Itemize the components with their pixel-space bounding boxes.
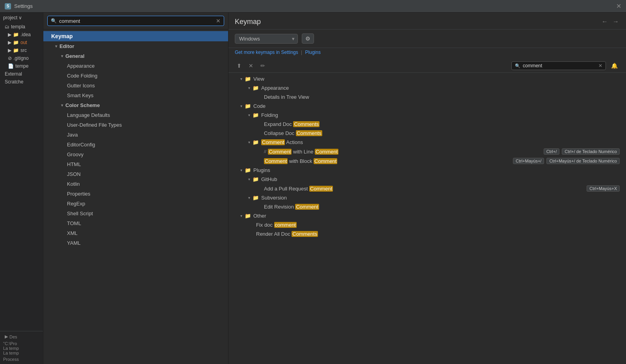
java-label: Java <box>67 132 78 138</box>
scheme-select[interactable]: Windows Mac OS X Eclipse Default <box>235 34 298 44</box>
lang-defaults-label: Language Defaults <box>67 112 110 118</box>
tree-item-general[interactable]: ▾ General <box>43 51 228 61</box>
color-scheme-label: Color Scheme <box>65 102 100 108</box>
file-icon: 📄 <box>8 63 14 69</box>
km-group-github[interactable]: ▾ 📁 GitHub <box>228 175 626 184</box>
collapse-arrow: ▾ <box>248 86 250 90</box>
tree-item-properties[interactable]: Properties <box>43 189 228 199</box>
keymap-gear-button[interactable]: ⚙ <box>302 33 314 44</box>
yaml-label: YAML <box>67 240 80 246</box>
action-search-clear-button[interactable]: ✕ <box>598 63 602 68</box>
shortcuts-container: Ctrl+/ Ctrl+/ de Teclado Numérico <box>544 148 620 155</box>
tree-item-kotlin[interactable]: Kotlin <box>43 179 228 189</box>
km-item-pull-request: Add a Pull Request Comment Ctrl+Mayús+X <box>228 184 626 193</box>
comment-highlight: Comment <box>309 186 333 192</box>
km-group-plugins[interactable]: ▾ 📁 Plugins <box>228 166 626 175</box>
comments-highlight: Comments <box>293 121 320 127</box>
km-item-edit-revision: Edit Revision Comment <box>228 202 626 211</box>
km-group-comment-actions[interactable]: ▾ 📁 Comment Actions <box>228 138 626 147</box>
tree-item-html[interactable]: HTML <box>43 159 228 169</box>
render-doc-label: Render All Doc Comments <box>256 231 620 237</box>
comment-highlight: Comment <box>268 149 292 155</box>
collapse-arrow: ▾ <box>240 104 242 108</box>
tree-item-regexp[interactable]: RegExp <box>43 199 228 209</box>
project-item-out[interactable]: ▶ 📁 out <box>0 39 43 46</box>
collapse-arrow: ▾ <box>248 140 250 144</box>
tree-item-smart-keys[interactable]: Smart Keys <box>43 91 228 100</box>
expand-all-button[interactable]: ⬆ <box>235 61 243 70</box>
close-button[interactable]: ✕ <box>616 2 621 10</box>
km-group-appearance[interactable]: ▾ 📁 Appearance <box>228 83 626 92</box>
folder-icon: 📁 <box>253 112 259 118</box>
properties-label: Properties <box>67 191 90 197</box>
keymap-label: Keymap <box>51 33 72 39</box>
project-item-gitignore[interactable]: ⊘ .gitigno <box>0 54 43 62</box>
shortcut-ctrl-slash-num: Ctrl+/ de Teclado Numérico <box>562 148 620 155</box>
bottom-panel-run-tab[interactable]: ▶ Des <box>0 333 43 340</box>
edit-shortcut-button[interactable]: ✏ <box>258 61 267 70</box>
tree-item-appearance[interactable]: Appearance <box>43 61 228 71</box>
collapse-arrow: ▾ <box>240 214 242 218</box>
tree-item-editor[interactable]: ▾ Editor <box>43 41 228 51</box>
project-item-idea[interactable]: ▶ 📁 .idea <box>0 31 43 39</box>
arrow-icon: ▶ <box>8 40 11 45</box>
project-item-scratche[interactable]: Scratche <box>0 78 43 86</box>
tree-item-editorconfig[interactable]: EditorConfig <box>43 140 228 150</box>
tree-item-color-scheme[interactable]: ▾ Color Scheme <box>43 100 228 110</box>
details-tree-label: Details in Tree View <box>264 94 620 100</box>
km-item-render-doc: Render All Doc Comments <box>228 229 626 238</box>
km-group-other[interactable]: ▾ 📁 Other <box>228 211 626 220</box>
shell-script-label: Shell Script <box>67 211 93 216</box>
github-label: GitHub <box>261 176 277 182</box>
tree-item-user-defined[interactable]: User-Defined File Types <box>43 120 228 130</box>
tree-item-groovy[interactable]: Groovy <box>43 150 228 159</box>
collapse-all-button[interactable]: ✕ <box>247 61 255 70</box>
folder-icon: 📁 <box>253 85 259 91</box>
comment-highlight2: Comment <box>315 149 338 155</box>
project-item-tempe[interactable]: 📄 tempe <box>0 62 43 70</box>
search-clear-button[interactable]: ✕ <box>216 18 221 24</box>
tree-item-gutter-icons[interactable]: Gutter Icons <box>43 81 228 91</box>
search-input[interactable] <box>59 18 214 24</box>
km-group-view[interactable]: ▾ 📁 View <box>228 74 626 83</box>
comments-highlight: Comments <box>296 130 322 136</box>
ignore-icon: ⊘ <box>8 55 12 61</box>
regexp-label: RegExp <box>67 201 85 207</box>
tree-item-toml[interactable]: TOML <box>43 218 228 228</box>
project-item-external[interactable]: External <box>0 70 43 78</box>
tree-item-code-folding[interactable]: Code Folding <box>43 71 228 81</box>
back-arrow[interactable]: ← <box>601 17 609 26</box>
tree-item-xml[interactable]: XML <box>43 228 228 238</box>
tree-item-yaml[interactable]: YAML <box>43 238 228 248</box>
comment-highlight: comment <box>274 222 297 228</box>
xml-label: XML <box>67 230 78 236</box>
collapse-arrow: ▾ <box>240 168 242 172</box>
other-label: Other <box>253 213 266 219</box>
project-item-templa[interactable]: 🗂 templa <box>0 23 43 31</box>
code-label: Code <box>253 103 266 109</box>
json-label: JSON <box>67 171 81 177</box>
tree-item-lang-defaults[interactable]: Language Defaults <box>43 110 228 120</box>
tree-item-shell-script[interactable]: Shell Script <box>43 209 228 218</box>
folder-icon: 📁 <box>245 76 251 82</box>
get-more-keymaps-link[interactable]: Get more keymaps in Settings <box>235 50 298 55</box>
forward-arrow[interactable]: → <box>612 17 620 26</box>
project-header[interactable]: project ∨ <box>0 13 43 23</box>
filter-button[interactable]: 🔔 <box>609 61 620 70</box>
action-search-icon: 🔍 <box>515 63 520 68</box>
project-item-src[interactable]: ▶ 📁 src <box>0 46 43 54</box>
action-search-input[interactable] <box>523 63 596 68</box>
km-group-folding[interactable]: ▾ 📁 Folding <box>228 111 626 120</box>
comment-highlight2: Comment <box>314 158 337 164</box>
tree-item-keymap[interactable]: Keymap <box>43 31 228 41</box>
arrow-icon: ▶ <box>8 32 11 37</box>
folder-icon: 📁 <box>13 32 19 37</box>
plugins-link[interactable]: Plugins <box>305 50 321 55</box>
appearance-label: Appearance <box>67 63 95 69</box>
tree-item-json[interactable]: JSON <box>43 169 228 179</box>
km-group-subversion[interactable]: ▾ 📁 Subversion <box>228 193 626 202</box>
collapse-arrow: ▾ <box>248 177 250 181</box>
tree-item-java[interactable]: Java <box>43 130 228 140</box>
km-group-code[interactable]: ▾ 📁 Code <box>228 102 626 111</box>
pipe-separator: | <box>301 50 303 55</box>
